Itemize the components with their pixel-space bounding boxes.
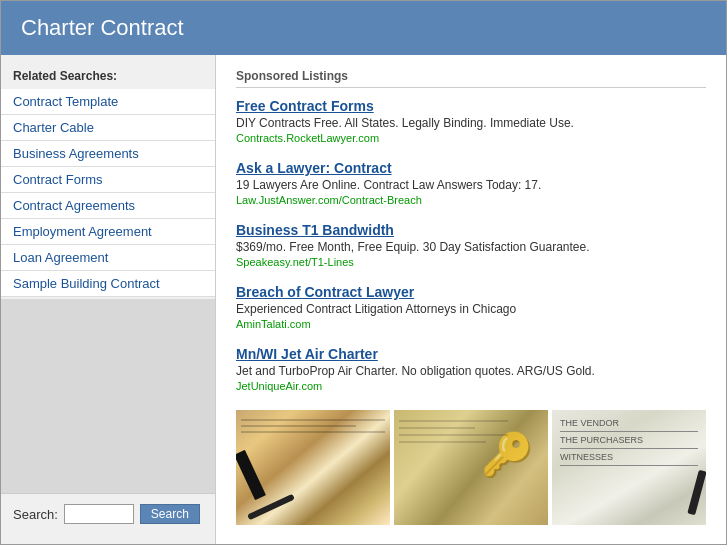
- search-bar: Search: Search: [1, 493, 215, 534]
- page-title: Charter Contract: [21, 15, 706, 41]
- image-keys: 🔑: [394, 410, 548, 525]
- image-contract: THE VENDOR THE PURCHASERS WITNESSES: [552, 410, 706, 525]
- ad-url-4[interactable]: AminTalati.com: [236, 318, 706, 330]
- search-label: Search:: [13, 507, 58, 522]
- sidebar-item-contract-forms[interactable]: Contract Forms: [1, 167, 215, 193]
- sidebar-item-business-agreements[interactable]: Business Agreements: [1, 141, 215, 167]
- ad-url-3[interactable]: Speakeasy.net/T1-Lines: [236, 256, 706, 268]
- sponsored-label: Sponsored Listings: [236, 69, 706, 88]
- ad-item-5: Mn/WI Jet Air Charter Jet and TurboProp …: [236, 346, 706, 392]
- ad-title-3[interactable]: Business T1 Bandwidth: [236, 222, 706, 238]
- sidebar-item-employment-agreement[interactable]: Employment Agreement: [1, 219, 215, 245]
- ad-item-2: Ask a Lawyer: Contract 19 Lawyers Are On…: [236, 160, 706, 206]
- ad-item-4: Breach of Contract Lawyer Experienced Co…: [236, 284, 706, 330]
- sidebar-item-contract-agreements[interactable]: Contract Agreements: [1, 193, 215, 219]
- ad-desc-4: Experienced Contract Litigation Attorney…: [236, 302, 706, 316]
- image-signing: [236, 410, 390, 525]
- ad-title-4[interactable]: Breach of Contract Lawyer: [236, 284, 706, 300]
- ad-title-1[interactable]: Free Contract Forms: [236, 98, 706, 114]
- page-header: Charter Contract: [1, 1, 726, 55]
- search-button[interactable]: Search: [140, 504, 200, 524]
- related-searches-label: Related Searches:: [1, 65, 215, 89]
- ad-title-5[interactable]: Mn/WI Jet Air Charter: [236, 346, 706, 362]
- ad-desc-2: 19 Lawyers Are Online. Contract Law Answ…: [236, 178, 706, 192]
- main-content: Sponsored Listings Free Contract Forms D…: [216, 55, 726, 544]
- ad-desc-3: $369/mo. Free Month, Free Equip. 30 Day …: [236, 240, 706, 254]
- ad-item-3: Business T1 Bandwidth $369/mo. Free Mont…: [236, 222, 706, 268]
- ad-item-1: Free Contract Forms DIY Contracts Free. …: [236, 98, 706, 144]
- ad-desc-5: Jet and TurboProp Air Charter. No obliga…: [236, 364, 706, 378]
- ad-title-2[interactable]: Ask a Lawyer: Contract: [236, 160, 706, 176]
- images-row: 🔑 THE VENDOR THE PURCHASERS WITNES: [236, 410, 706, 525]
- sidebar-item-sample-building-contract[interactable]: Sample Building Contract: [1, 271, 215, 297]
- sidebar-item-charter-cable[interactable]: Charter Cable: [1, 115, 215, 141]
- ad-url-5[interactable]: JetUniqueAir.com: [236, 380, 706, 392]
- ad-desc-1: DIY Contracts Free. All States. Legally …: [236, 116, 706, 130]
- sidebar: Related Searches: Contract Template Char…: [1, 55, 216, 544]
- sidebar-item-contract-template[interactable]: Contract Template: [1, 89, 215, 115]
- ad-url-1[interactable]: Contracts.RocketLawyer.com: [236, 132, 706, 144]
- search-input[interactable]: [64, 504, 134, 524]
- ad-url-2[interactable]: Law.JustAnswer.com/Contract-Breach: [236, 194, 706, 206]
- sidebar-spacer: [1, 299, 215, 493]
- sidebar-item-loan-agreement[interactable]: Loan Agreement: [1, 245, 215, 271]
